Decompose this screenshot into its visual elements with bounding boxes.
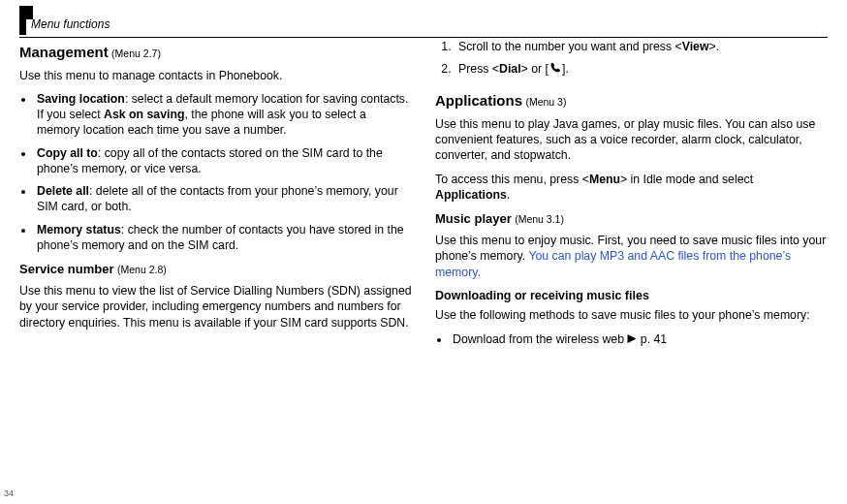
music-body: Use this menu to enjoy music. First, you… bbox=[435, 233, 828, 280]
download-body: Use the following methods to save music … bbox=[435, 307, 828, 323]
step-key: Dial bbox=[499, 62, 521, 76]
call-icon bbox=[549, 62, 562, 78]
item-term2: Ask on saving bbox=[104, 108, 184, 121]
step-text: > or [ bbox=[521, 62, 549, 76]
list-item: Scroll to the number you want and press … bbox=[455, 39, 828, 54]
applications-access: To access this menu, press <Menu> in Idl… bbox=[435, 172, 828, 203]
management-heading: Management (Menu 2.7) bbox=[19, 43, 412, 62]
step-text: ]. bbox=[562, 62, 569, 76]
applications-heading: Applications (Menu 3) bbox=[435, 91, 828, 110]
applications-sub: (Menu 3) bbox=[525, 96, 566, 108]
left-column: Management (Menu 2.7) Use this menu to m… bbox=[19, 39, 412, 479]
download-heading: Downloading or receiving music files bbox=[435, 288, 828, 304]
management-intro: Use this menu to manage contacts in Phon… bbox=[19, 68, 412, 83]
step-key: View bbox=[682, 40, 709, 53]
item-term: Memory status bbox=[37, 223, 121, 236]
key: Menu bbox=[589, 173, 620, 186]
page-number: 34 bbox=[4, 488, 14, 498]
music-heading: Music player (Menu 3.1) bbox=[435, 210, 828, 227]
servicenum-body: Use this menu to view the list of Servic… bbox=[19, 283, 412, 331]
music-sub: (Menu 3.1) bbox=[515, 213, 564, 225]
item-term: Delete all bbox=[37, 184, 89, 198]
management-title: Management bbox=[19, 44, 109, 60]
text: > in Idle mode and select bbox=[620, 173, 753, 186]
item-term: Saving location bbox=[37, 92, 125, 106]
list-item: Delete all: delete all of the contacts f… bbox=[35, 183, 412, 214]
step-text: >. bbox=[709, 40, 720, 53]
list-item: Saving location: select a default memory… bbox=[35, 91, 412, 139]
list-item: Press <Dial> or []. bbox=[455, 61, 828, 78]
item-term: Copy all to bbox=[37, 146, 98, 160]
applications-title: Applications bbox=[435, 92, 522, 109]
steps-list: Scroll to the number you want and press … bbox=[435, 39, 828, 78]
applications-body: Use this menu to play Java games, or pla… bbox=[435, 116, 828, 164]
management-list: Saving location: select a default memory… bbox=[19, 91, 412, 253]
header-rule bbox=[19, 37, 828, 38]
item-text: : delete all of the contacts from your p… bbox=[37, 184, 398, 213]
list-item: Download from the wireless web p. 41 bbox=[451, 331, 828, 348]
svg-marker-0 bbox=[628, 334, 637, 343]
section-header: Menu functions bbox=[31, 17, 110, 31]
list-item: Copy all to: copy all of the contacts st… bbox=[35, 145, 412, 176]
step-text: Scroll to the number you want and press … bbox=[458, 40, 682, 53]
text: To access this menu, press < bbox=[435, 173, 589, 186]
item-text: Download from the wireless web bbox=[453, 332, 624, 346]
key: Applications bbox=[435, 188, 507, 202]
triangle-icon bbox=[627, 331, 637, 347]
list-item: Memory status: check the number of conta… bbox=[35, 222, 412, 253]
management-sub: (Menu 2.7) bbox=[111, 47, 161, 59]
servicenum-heading: Service number (Menu 2.8) bbox=[19, 261, 412, 277]
text: . bbox=[507, 188, 510, 202]
music-title: Music player bbox=[435, 211, 512, 226]
servicenum-title: Service number bbox=[19, 262, 114, 276]
content-columns: Management (Menu 2.7) Use this menu to m… bbox=[19, 39, 828, 479]
right-column: Scroll to the number you want and press … bbox=[435, 39, 828, 479]
servicenum-sub: (Menu 2.8) bbox=[117, 264, 167, 275]
page-ref: p. 41 bbox=[641, 332, 667, 346]
step-text: Press < bbox=[458, 62, 499, 76]
download-list: Download from the wireless web p. 41 bbox=[435, 331, 828, 348]
